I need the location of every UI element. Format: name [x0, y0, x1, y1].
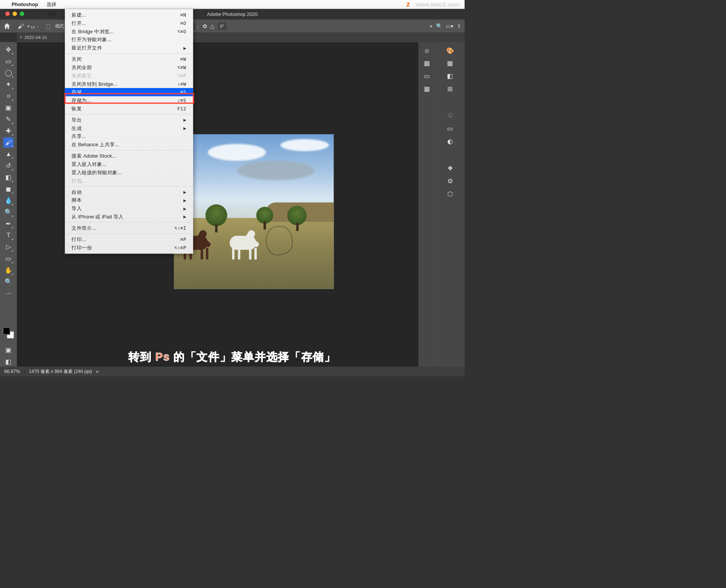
menu-item[interactable]: 在 Behance 上共享... — [65, 141, 193, 149]
menu-item[interactable]: 自动▶ — [65, 188, 193, 196]
menu-item[interactable]: 置入链接的智能对象... — [65, 168, 193, 176]
color-swatches[interactable] — [3, 328, 14, 339]
symmetry-icon[interactable]: 🔍 — [436, 23, 442, 29]
quick-select-tool[interactable]: ✦ — [3, 79, 14, 90]
menu-label: 恢复 — [71, 105, 82, 112]
pressure-size-icon[interactable]: ⌖ — [430, 23, 433, 29]
panel-icon[interactable]: ◧ — [447, 73, 453, 80]
menu-item[interactable]: 共享... — [65, 132, 193, 141]
menu-选择[interactable]: 选择 — [43, 0, 60, 9]
angle-value[interactable]: 0° — [218, 23, 226, 30]
menu-item[interactable]: 在 Bridge 中浏览...⌥⌘O — [65, 27, 193, 36]
status-bar: 66.67% 1470 像素 x 984 像素 (240 ppi) ▶ — [0, 367, 465, 376]
dodge-tool[interactable]: 🔍 — [3, 207, 14, 217]
crop-tool[interactable]: ⌗ — [3, 91, 14, 101]
zoom-level[interactable]: 66.67% — [5, 369, 20, 374]
menu-item[interactable]: 打开为智能对象... — [65, 36, 193, 44]
menu-label: 共享... — [71, 133, 86, 140]
menu-item[interactable]: 关闭⌘W — [65, 55, 193, 63]
shortcut: ⌘S — [180, 90, 186, 95]
menu-label: 关闭 — [71, 56, 82, 63]
tab-title[interactable]: 2022-04-15 — [25, 35, 47, 40]
marquee-tool[interactable]: ▭ — [3, 56, 14, 66]
blur-tool[interactable]: 💧 — [3, 195, 14, 206]
gear-icon[interactable]: ✿ — [203, 23, 207, 29]
menu-item[interactable]: 导出▶ — [65, 116, 193, 124]
panel-icon[interactable]: ❖ — [447, 165, 453, 172]
menu-separator — [65, 222, 193, 223]
frame-tool[interactable]: ▣ — [3, 102, 14, 113]
menu-item[interactable]: 最近打开文件▶ — [65, 44, 193, 52]
menu-item[interactable]: 存储⌘S — [65, 88, 193, 96]
panel-icon[interactable]: ▭ — [424, 73, 430, 80]
menu-label: 打开... — [71, 20, 86, 26]
home-icon[interactable] — [3, 23, 11, 30]
menu-item[interactable]: 存储为...⇧⌘S — [65, 96, 193, 105]
edit-toolbar[interactable]: ⋯ — [3, 288, 14, 299]
panel-icon[interactable]: ⚙ — [447, 178, 453, 185]
menu-item[interactable]: 导入▶ — [65, 204, 193, 213]
menu-item[interactable]: 关闭并转到 Bridge...⇧⌘W — [65, 80, 193, 88]
panel-icon[interactable]: ⬡ — [447, 190, 453, 198]
watermark-text: www.MacZ.com — [416, 1, 460, 8]
menu-item[interactable]: 置入嵌入对象... — [65, 160, 193, 169]
move-tool[interactable]: ✥ — [3, 45, 14, 55]
panel-icon[interactable]: ♡ — [447, 112, 453, 120]
angle-icon[interactable]: △ — [210, 23, 214, 29]
chevron-down-icon[interactable]: ⌄ — [36, 25, 39, 28]
shortcut: F12 — [177, 106, 186, 111]
menu-item[interactable]: 恢复F12 — [65, 104, 193, 113]
panel-icon[interactable]: 🎨 — [446, 47, 454, 54]
watermark: Z www.MacZ.com — [405, 1, 460, 8]
menu-item[interactable]: 打印一份⌥⇧⌘P — [65, 243, 193, 252]
panel-icon[interactable]: ⊞ — [447, 85, 453, 93]
brush-size[interactable]: ● 13 — [27, 23, 35, 29]
panel-icon[interactable]: ▦ — [424, 60, 430, 67]
rectangle-tool[interactable]: ▭ — [3, 254, 14, 264]
close-tab-icon[interactable]: × — [20, 35, 22, 40]
gradient-tool[interactable]: ◼ — [3, 184, 14, 194]
panel-icon[interactable]: ▦ — [447, 60, 453, 67]
menu-item[interactable]: 新建...⌘N — [65, 11, 193, 19]
chevron-right-icon[interactable]: ▶ — [96, 370, 99, 373]
brush-tool[interactable]: 🖌 — [3, 138, 14, 148]
share-icon[interactable]: ⇪ — [457, 23, 461, 29]
panel-icon[interactable]: ▭ — [447, 125, 453, 133]
stamp-tool[interactable]: ▲ — [3, 149, 14, 159]
chevron-down-icon[interactable]: ⌄ — [197, 25, 199, 28]
brush-preset-icon[interactable]: 🖌 — [18, 22, 24, 30]
menu-item[interactable]: 关闭全部⌥⌘W — [65, 63, 193, 72]
menu-item[interactable]: 生成▶ — [65, 124, 193, 132]
history-brush-tool[interactable]: ↺ — [3, 161, 14, 171]
eyedropper-tool[interactable]: ✎ — [3, 114, 14, 124]
hand-tool[interactable]: ✋ — [3, 265, 14, 275]
menu-item[interactable]: 打开...⌘O — [65, 19, 193, 28]
zoom-tool[interactable]: 🔍 — [3, 277, 14, 287]
menu-item[interactable]: 脚本▶ — [65, 196, 193, 204]
menu-label: 在 Behance 上共享... — [71, 141, 119, 148]
menu-label: 关闭全部 — [71, 64, 92, 71]
path-select-tool[interactable]: ▷ — [3, 242, 14, 252]
menu-item[interactable]: 从 iPhone 或 iPad 导入▶ — [65, 213, 193, 221]
panel-icon[interactable]: ◐ — [447, 138, 453, 145]
eraser-tool[interactable]: ◧ — [3, 172, 14, 183]
workspace-icon[interactable]: ▭▾ — [446, 23, 453, 29]
doc-info[interactable]: 1470 像素 x 984 像素 (240 ppi) — [29, 368, 92, 375]
menu-label: 从 iPhone 或 iPad 导入 — [71, 213, 123, 220]
menu-item[interactable]: 搜索 Adobe Stock... — [65, 152, 193, 160]
foreground-swatch[interactable] — [3, 328, 10, 335]
menu-label: 脚本 — [71, 197, 82, 204]
pen-tool[interactable]: ✒ — [3, 219, 14, 229]
panel-icon[interactable]: ▦ — [424, 85, 430, 93]
screen-mode[interactable]: ▣ — [3, 345, 14, 355]
menu-item[interactable]: 文件简介...⌥⇧⌘I — [65, 224, 193, 232]
healing-tool[interactable]: ✚ — [3, 126, 14, 136]
menu-item[interactable]: 打印...⌘P — [65, 235, 193, 244]
type-tool[interactable]: T — [3, 230, 14, 240]
menu-label: 关闭并转到 Bridge... — [71, 80, 117, 87]
shortcut: ⌘W — [180, 57, 186, 62]
lasso-tool[interactable]: ◯ — [3, 68, 14, 78]
panel-icon[interactable]: ⎚ — [425, 47, 429, 54]
blend-mode-icon[interactable]: ⬚ — [46, 23, 51, 29]
quick-mask[interactable]: ◧ — [3, 356, 14, 367]
